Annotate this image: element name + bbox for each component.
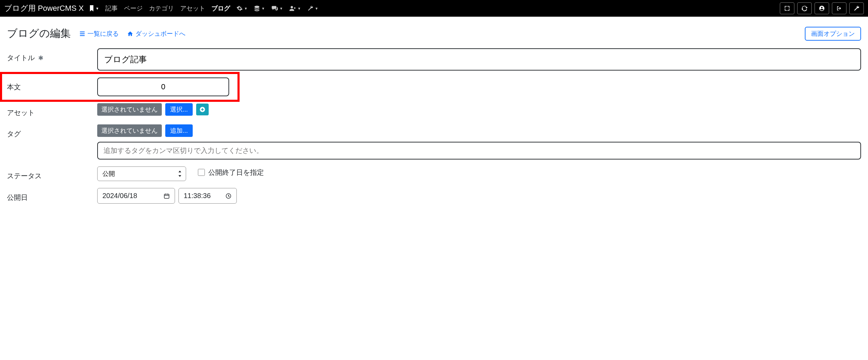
required-mark-icon: ✱ (38, 54, 43, 62)
tools-menu[interactable]: ▼ (305, 4, 320, 13)
gear-icon (236, 5, 243, 11)
database-menu[interactable]: ▼ (252, 4, 267, 13)
end-date-checkbox-text: 公開終了日を指定 (208, 168, 264, 177)
nav-item-entries[interactable]: 記事 (103, 3, 120, 14)
page-header: ブログの編集 一覧に戻る ダッシュボードへ 画面オプション (0, 17, 868, 45)
dashboard-label: ダッシュボードへ (135, 30, 185, 38)
screen-options-button[interactable]: 画面オプション (805, 27, 861, 41)
comments-icon (271, 5, 278, 11)
caret-down-icon: ▼ (298, 7, 301, 10)
caret-down-icon: ▼ (261, 7, 265, 10)
top-nav-left: ブログ用 PowerCMS X ▼ 記事 ページ カテゴリ アセット ブログ ▼ (4, 3, 320, 14)
publish-date-value: 2024/06/18 (102, 192, 137, 200)
bookmark-icon (89, 5, 94, 11)
list-icon (79, 31, 85, 36)
nav-item-categories[interactable]: カテゴリ (147, 3, 176, 14)
title-label-text: タイトル (7, 53, 35, 63)
row-tag: タグ 選択されていません 追加... (7, 121, 861, 163)
caret-down-icon: ▼ (279, 7, 283, 10)
clock-icon (225, 193, 232, 199)
page-title: ブログの編集 (7, 26, 71, 41)
body-input[interactable] (97, 77, 229, 96)
open-external-button[interactable] (780, 2, 794, 14)
caret-down-icon: ▼ (244, 7, 248, 10)
row-publish-date: 公開日 2024/06/18 11:38:36 (7, 185, 861, 207)
end-date-checkbox[interactable] (198, 169, 205, 176)
bookmark-menu[interactable]: ▼ (87, 4, 101, 13)
settings-menu[interactable]: ▼ (234, 4, 250, 13)
tag-none-badge: 選択されていません (97, 124, 162, 137)
dashboard-link[interactable]: ダッシュボードへ (127, 30, 185, 38)
svg-rect-1 (164, 194, 169, 198)
body-label: 本文 (7, 77, 97, 92)
asset-select-button[interactable]: 選択... (165, 103, 193, 116)
refresh-icon (801, 5, 808, 11)
status-label: ステータス (7, 166, 97, 181)
publish-time-value: 11:38:36 (184, 192, 211, 200)
end-date-checkbox-label[interactable]: 公開終了日を指定 (198, 168, 264, 177)
tag-label: タグ (7, 124, 97, 139)
row-title: タイトル ✱ (7, 45, 861, 74)
caret-down-icon: ▼ (95, 7, 99, 10)
user-button[interactable] (815, 2, 829, 14)
title-label: タイトル ✱ (7, 48, 97, 63)
publish-label: 公開日 (7, 188, 97, 202)
nav-item-pages[interactable]: ページ (122, 3, 145, 14)
back-to-list-link[interactable]: 一覧に戻る (79, 30, 119, 38)
open-external-icon (784, 5, 790, 11)
row-body: 本文 (7, 74, 861, 100)
user-add-menu[interactable]: ▼ (287, 4, 303, 13)
top-nav-right (780, 2, 864, 14)
asset-none-badge: 選択されていません (97, 103, 162, 116)
publish-time-input[interactable]: 11:38:36 (178, 188, 237, 204)
tag-add-button[interactable]: 追加... (165, 124, 193, 137)
nav-items: ▼ 記事 ページ カテゴリ アセット ブログ ▼ ▼ (87, 3, 320, 14)
user-plus-icon (289, 5, 296, 11)
publish-date-input[interactable]: 2024/06/18 (97, 188, 175, 204)
back-to-list-label: 一覧に戻る (87, 30, 119, 38)
row-status: ステータス 公開 公開終了日を指定 (7, 163, 861, 185)
brand[interactable]: ブログ用 PowerCMS X (4, 3, 85, 14)
nav-item-blog[interactable]: ブログ (209, 3, 232, 14)
wrench-button[interactable] (849, 2, 864, 14)
title-input[interactable] (97, 48, 861, 71)
caret-down-icon: ▼ (315, 7, 318, 10)
calendar-icon (164, 193, 170, 199)
user-circle-icon (819, 5, 825, 11)
wrench-icon (853, 5, 860, 11)
home-icon (127, 31, 133, 36)
plus-circle-icon (199, 106, 206, 113)
logout-button[interactable] (832, 2, 846, 14)
nav-item-assets[interactable]: アセット (178, 3, 207, 14)
asset-label: アセット (7, 103, 97, 117)
status-select[interactable]: 公開 (97, 166, 186, 181)
top-nav: ブログ用 PowerCMS X ▼ 記事 ページ カテゴリ アセット ブログ ▼ (0, 0, 868, 17)
edit-form: タイトル ✱ 本文 アセット 選択されていません 選択... (0, 45, 868, 214)
refresh-button[interactable] (797, 2, 812, 14)
tag-input[interactable] (97, 142, 861, 159)
comments-menu[interactable]: ▼ (269, 4, 285, 13)
wrench-icon (307, 5, 314, 11)
asset-add-button[interactable] (196, 104, 209, 115)
database-icon (254, 5, 260, 11)
logout-icon (836, 5, 842, 11)
row-asset: アセット 選択されていません 選択... (7, 100, 861, 121)
